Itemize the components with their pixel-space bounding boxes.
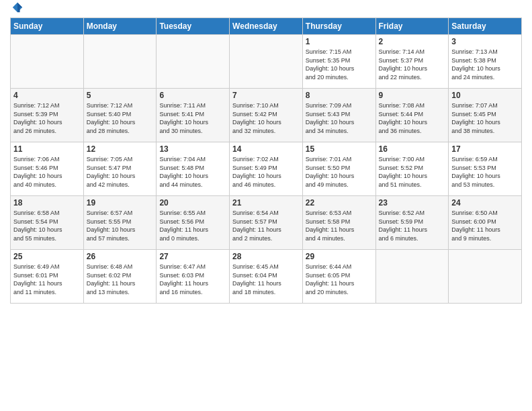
calendar-week-row: 25Sunrise: 6:49 AM Sunset: 6:01 PM Dayli… [11, 250, 522, 304]
day-number: 29 [306, 252, 373, 261]
calendar-cell: 14Sunrise: 7:02 AM Sunset: 5:49 PM Dayli… [230, 142, 303, 196]
calendar-cell: 15Sunrise: 7:01 AM Sunset: 5:50 PM Dayli… [302, 142, 375, 196]
calendar-cell: 19Sunrise: 6:57 AM Sunset: 5:55 PM Dayli… [83, 196, 157, 250]
calendar-header-thursday: Thursday [302, 18, 375, 35]
day-info: Sunrise: 6:54 AM Sunset: 5:57 PM Dayligh… [232, 209, 300, 242]
calendar-cell: 17Sunrise: 6:59 AM Sunset: 5:53 PM Dayli… [449, 142, 522, 196]
day-number: 4 [13, 91, 81, 100]
day-number: 17 [451, 144, 519, 154]
day-info: Sunrise: 7:06 AM Sunset: 5:46 PM Dayligh… [13, 155, 81, 189]
day-number: 9 [379, 91, 446, 100]
calendar-cell [375, 250, 449, 304]
day-number: 25 [13, 252, 81, 261]
day-number: 5 [87, 91, 154, 100]
day-info: Sunrise: 7:01 AM Sunset: 5:50 PM Dayligh… [306, 155, 373, 189]
day-info: Sunrise: 7:08 AM Sunset: 5:44 PM Dayligh… [379, 101, 446, 135]
day-info: Sunrise: 6:44 AM Sunset: 6:05 PM Dayligh… [306, 263, 373, 296]
calendar-cell: 10Sunrise: 7:07 AM Sunset: 5:45 PM Dayli… [449, 89, 522, 142]
calendar-cell: 22Sunrise: 6:53 AM Sunset: 5:58 PM Dayli… [302, 196, 375, 250]
day-info: Sunrise: 7:10 AM Sunset: 5:42 PM Dayligh… [232, 101, 300, 135]
day-info: Sunrise: 7:13 AM Sunset: 5:38 PM Dayligh… [451, 48, 519, 81]
day-info: Sunrise: 7:02 AM Sunset: 5:49 PM Dayligh… [232, 155, 300, 189]
calendar-cell [230, 35, 303, 89]
calendar-cell [449, 250, 522, 304]
calendar-cell: 11Sunrise: 7:06 AM Sunset: 5:46 PM Dayli… [11, 142, 84, 196]
calendar-cell: 5Sunrise: 7:12 AM Sunset: 5:40 PM Daylig… [83, 89, 157, 142]
day-info: Sunrise: 7:00 AM Sunset: 5:52 PM Dayligh… [379, 155, 446, 189]
calendar-header-wednesday: Wednesday [230, 18, 303, 35]
day-info: Sunrise: 6:50 AM Sunset: 6:00 PM Dayligh… [451, 209, 519, 242]
calendar-header-monday: Monday [83, 18, 157, 35]
day-info: Sunrise: 6:57 AM Sunset: 5:55 PM Dayligh… [87, 209, 154, 242]
day-number: 7 [232, 91, 300, 100]
day-info: Sunrise: 6:58 AM Sunset: 5:54 PM Dayligh… [13, 209, 81, 242]
day-number: 20 [159, 198, 226, 208]
day-number: 19 [87, 198, 154, 208]
calendar-header-friday: Friday [375, 18, 449, 35]
calendar-cell: 23Sunrise: 6:52 AM Sunset: 5:59 PM Dayli… [375, 196, 449, 250]
calendar-cell: 24Sunrise: 6:50 AM Sunset: 6:00 PM Dayli… [449, 196, 522, 250]
calendar-cell: 1Sunrise: 7:15 AM Sunset: 5:35 PM Daylig… [302, 35, 375, 89]
calendar-week-row: 11Sunrise: 7:06 AM Sunset: 5:46 PM Dayli… [11, 142, 522, 196]
day-number: 28 [232, 252, 300, 261]
calendar-cell: 20Sunrise: 6:55 AM Sunset: 5:56 PM Dayli… [157, 196, 230, 250]
day-number: 18 [13, 198, 81, 208]
day-info: Sunrise: 7:15 AM Sunset: 5:35 PM Dayligh… [306, 48, 373, 81]
calendar-header-row: SundayMondayTuesdayWednesdayThursdayFrid… [11, 18, 522, 35]
calendar-cell: 6Sunrise: 7:11 AM Sunset: 5:41 PM Daylig… [157, 89, 230, 142]
day-number: 10 [451, 91, 519, 100]
day-number: 21 [232, 198, 300, 208]
day-number: 8 [306, 91, 373, 100]
day-number: 16 [379, 144, 446, 154]
calendar-header-tuesday: Tuesday [157, 18, 230, 35]
calendar-cell: 3Sunrise: 7:13 AM Sunset: 5:38 PM Daylig… [449, 35, 522, 89]
day-number: 14 [232, 144, 300, 154]
day-info: Sunrise: 7:04 AM Sunset: 5:48 PM Dayligh… [159, 155, 226, 189]
calendar-cell [83, 35, 157, 89]
calendar-table: SundayMondayTuesdayWednesdayThursdayFrid… [10, 17, 522, 304]
header [10, 7, 522, 13]
calendar-header-sunday: Sunday [11, 18, 84, 35]
day-info: Sunrise: 7:12 AM Sunset: 5:39 PM Dayligh… [13, 101, 81, 135]
day-info: Sunrise: 7:07 AM Sunset: 5:45 PM Dayligh… [451, 101, 519, 135]
logo-icon [11, 1, 24, 13]
day-number: 26 [87, 252, 154, 261]
calendar-cell: 4Sunrise: 7:12 AM Sunset: 5:39 PM Daylig… [11, 89, 84, 142]
calendar-cell: 7Sunrise: 7:10 AM Sunset: 5:42 PM Daylig… [230, 89, 303, 142]
day-info: Sunrise: 6:55 AM Sunset: 5:56 PM Dayligh… [159, 209, 226, 242]
logo [10, 7, 24, 13]
day-number: 2 [379, 37, 446, 46]
calendar-cell: 13Sunrise: 7:04 AM Sunset: 5:48 PM Dayli… [157, 142, 230, 196]
day-number: 12 [87, 144, 154, 154]
day-info: Sunrise: 6:48 AM Sunset: 6:02 PM Dayligh… [87, 263, 154, 296]
day-info: Sunrise: 7:14 AM Sunset: 5:37 PM Dayligh… [379, 48, 446, 81]
calendar-header-saturday: Saturday [449, 18, 522, 35]
calendar-week-row: 4Sunrise: 7:12 AM Sunset: 5:39 PM Daylig… [11, 89, 522, 142]
day-info: Sunrise: 7:05 AM Sunset: 5:47 PM Dayligh… [87, 155, 154, 189]
day-number: 23 [379, 198, 446, 208]
calendar-cell: 29Sunrise: 6:44 AM Sunset: 6:05 PM Dayli… [302, 250, 375, 304]
calendar-cell [157, 35, 230, 89]
day-info: Sunrise: 6:49 AM Sunset: 6:01 PM Dayligh… [13, 263, 81, 296]
day-info: Sunrise: 7:11 AM Sunset: 5:41 PM Dayligh… [159, 101, 226, 135]
day-number: 1 [306, 37, 373, 46]
calendar-cell: 18Sunrise: 6:58 AM Sunset: 5:54 PM Dayli… [11, 196, 84, 250]
calendar-cell: 9Sunrise: 7:08 AM Sunset: 5:44 PM Daylig… [375, 89, 449, 142]
calendar-cell: 27Sunrise: 6:47 AM Sunset: 6:03 PM Dayli… [157, 250, 230, 304]
day-number: 27 [159, 252, 226, 261]
calendar-cell: 26Sunrise: 6:48 AM Sunset: 6:02 PM Dayli… [83, 250, 157, 304]
calendar-cell [11, 35, 84, 89]
calendar-cell: 8Sunrise: 7:09 AM Sunset: 5:43 PM Daylig… [302, 89, 375, 142]
calendar-cell: 25Sunrise: 6:49 AM Sunset: 6:01 PM Dayli… [11, 250, 84, 304]
day-info: Sunrise: 6:59 AM Sunset: 5:53 PM Dayligh… [451, 155, 519, 189]
day-info: Sunrise: 6:53 AM Sunset: 5:58 PM Dayligh… [306, 209, 373, 242]
day-number: 24 [451, 198, 519, 208]
day-number: 6 [159, 91, 226, 100]
calendar-cell: 16Sunrise: 7:00 AM Sunset: 5:52 PM Dayli… [375, 142, 449, 196]
page-container: SundayMondayTuesdayWednesdayThursdayFrid… [0, 0, 532, 411]
day-number: 15 [306, 144, 373, 154]
calendar-week-row: 18Sunrise: 6:58 AM Sunset: 5:54 PM Dayli… [11, 196, 522, 250]
calendar-cell: 21Sunrise: 6:54 AM Sunset: 5:57 PM Dayli… [230, 196, 303, 250]
day-info: Sunrise: 7:09 AM Sunset: 5:43 PM Dayligh… [306, 101, 373, 135]
day-info: Sunrise: 6:47 AM Sunset: 6:03 PM Dayligh… [159, 263, 226, 296]
